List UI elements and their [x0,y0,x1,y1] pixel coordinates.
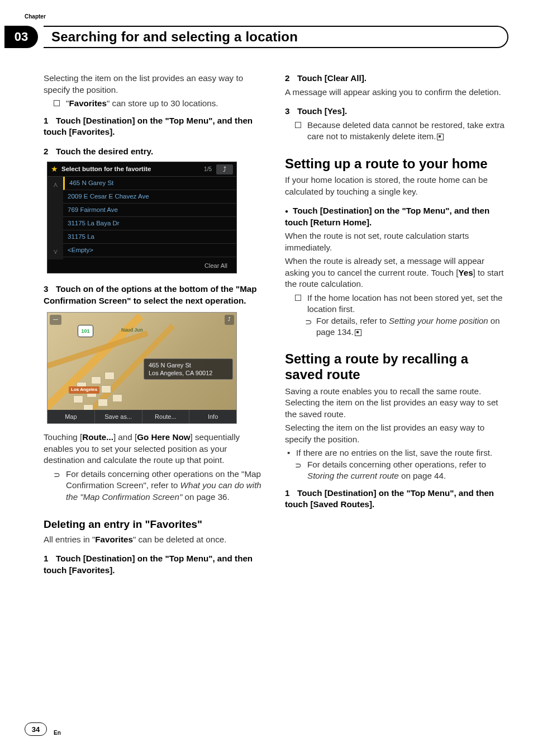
step-2: 2Touch the desired entry. [44,146,267,158]
step-1: 1Touch [Destination] on the "Top Menu", … [44,115,267,138]
left-column: Selecting the item on the list provides … [44,73,267,710]
favorites-list: 465 N Garey St 2009 E Cesar E Chavez Ave… [63,177,236,259]
page-title-box: Searching for and selecting a location [44,26,508,48]
route-home-intro: If your home location is stored, the rou… [285,174,508,197]
list-item[interactable]: 769 Fairmont Ave [63,204,236,217]
clear-all-button[interactable]: Clear All [47,259,236,273]
route-home-body1: When the route is not set, route calcula… [285,230,508,253]
info-button[interactable]: Info [189,410,236,423]
highway-shield: 101 [78,325,93,337]
favorites-limit-note: "Favorites" can store up to 30 locations… [44,98,267,110]
route-explainer: Touching [Route...] and [Go Here Now] se… [44,432,267,466]
delete-caution: Because deleted data cannot be restored,… [285,120,508,143]
back-button[interactable]: ⤴ [216,164,233,174]
step-text: Touch [Clear All]. [297,73,367,83]
address-line2: Los Angeles, CA 90012 [149,369,228,377]
step-text: Touch [Destination] on the "Top Menu", a… [44,116,253,137]
page-title: Searching for and selecting a location [51,29,298,45]
list-item[interactable]: 465 N Garey St [63,177,236,190]
storing-route-ref: ⊃ For details concerning other operation… [285,459,508,482]
delete-step-1: 1Touch [Destination] on the "Top Menu", … [44,553,267,576]
chapter-number-tab: 03 [4,26,38,48]
recall-route-bullet: If there are no entries on the list, sav… [285,447,508,459]
scroll-sidebar[interactable]: ⋏ ⋎ [47,177,63,259]
address-popup: 465 N Garey St Los Angeles, CA 90012 [144,358,233,380]
map-button[interactable]: Map [47,410,95,423]
home-not-stored-note: If the home location has not been stored… [285,292,508,315]
step-3: 3Touch on of the options at the bottom o… [44,284,267,306]
list-item[interactable]: 31175 La Baya Dr [63,217,236,230]
route-button[interactable]: Route... [142,410,190,423]
step-text: Touch on of the options at the bottom of… [44,284,257,305]
chapter-label: Chapter [25,13,46,20]
page-indicator: 1/5 [204,166,212,173]
page-number: 34 [25,722,47,736]
step-text: Touch [Yes]. [297,106,347,116]
delete-step-3: 3Touch [Yes]. [285,106,508,117]
list-item[interactable]: <Empty> [63,244,236,257]
list-item[interactable]: 2009 E Cesar E Chavez Ave [63,190,236,204]
list-item[interactable]: 31175 La [63,230,236,244]
map-confirmation-ref: ⊃ For details concerning other operation… [44,469,267,503]
step-text: Touch the desired entry. [56,147,153,156]
neighborhood-label: Naud Jun [121,327,143,333]
recall-step-1: 1Touch [Destination] on the "Top Menu", … [285,488,508,511]
home-position-ref: ⊃ For details, refer to Setting your hom… [285,315,508,338]
intro-text: Selecting the item on the list provides … [44,73,267,96]
favorites-list-screenshot: ★ Select button for the favortite 1/5 ⤴ … [47,162,237,273]
city-label: Los Angeles [69,386,99,394]
language-label: En [54,730,61,736]
address-line1: 465 N Garey St [149,361,228,369]
map-confirmation-screenshot: — ⤴ 101 Naud Jun Los Angeles 465 N Garey… [47,312,237,424]
route-home-step: Touch [Destination] on the "Top Menu", a… [285,205,508,228]
deleting-entry-intro: All entries in "Favorites" can be delete… [44,534,267,546]
scroll-down-icon[interactable]: ⋎ [53,247,58,256]
end-section-icon [355,329,361,336]
delete-step-2: 2Touch [Clear All]. [285,73,508,84]
recall-route-heading: Setting a route by recalling a saved rou… [285,351,508,382]
step-text: Touch [Destination] on the "Top Menu", a… [44,554,253,575]
route-home-body2: When the route is already set, a message… [285,256,508,290]
delete-step-2-body: A message will appear asking you to conf… [285,87,508,98]
right-column: 2Touch [Clear All]. A message will appea… [285,73,508,710]
save-as-button[interactable]: Save as... [95,410,142,423]
scroll-up-icon[interactable]: ⋏ [53,180,58,189]
deleting-entry-heading: Deleting an entry in "Favorites" [44,517,267,532]
screenshot-title: Select button for the favortite [61,165,204,174]
star-icon: ★ [51,164,58,174]
recall-route-p2: Selecting the item on the list provides … [285,422,508,445]
txt-bold: Favorites [69,98,107,108]
txt: " can store up to 30 locations. [107,98,218,108]
zoom-out-button[interactable]: — [50,315,61,325]
end-section-icon [437,134,444,140]
step-text: Touch [Destination] on the "Top Menu", a… [285,488,494,509]
recall-route-p1: Saving a route enables you to recall the… [285,386,508,420]
route-home-heading: Setting up a route to your home [285,156,508,172]
back-button[interactable]: ⤴ [225,315,234,325]
